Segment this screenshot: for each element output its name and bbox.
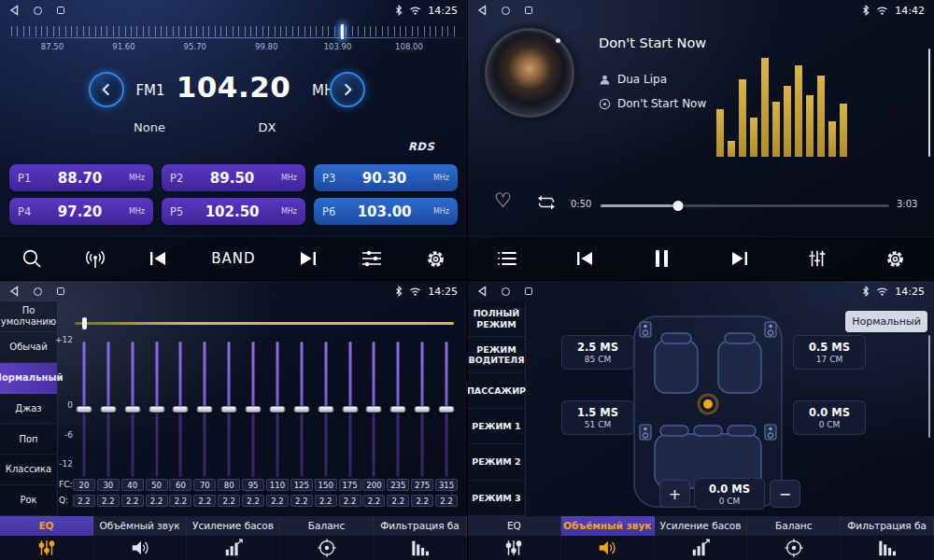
back-icon[interactable] xyxy=(9,286,19,297)
search-stations-button[interactable] xyxy=(16,243,48,274)
eq-slider-knob[interactable] xyxy=(390,406,406,413)
eq-slider-knob[interactable] xyxy=(293,406,309,413)
sound-tab-3[interactable]: Усиление басов xyxy=(187,516,280,560)
settings-button[interactable] xyxy=(419,243,451,274)
eq-slider-knob[interactable] xyxy=(318,406,333,413)
frequency-ruler[interactable]: 87.50 91.60 95.70 99.80 103.90 108.00 xyxy=(0,24,467,58)
eq-slider-knob[interactable] xyxy=(439,406,455,413)
eq-slider-knob[interactable] xyxy=(124,406,140,413)
previous-station-button[interactable] xyxy=(142,243,174,274)
master-level-slider[interactable] xyxy=(75,322,454,325)
rear-left-delay[interactable]: 1.5 MS 51 CM xyxy=(561,400,634,435)
status-bar: 14:25 xyxy=(0,281,467,301)
back-icon[interactable] xyxy=(477,286,487,297)
back-icon[interactable] xyxy=(477,5,487,16)
eq-band-slider[interactable] xyxy=(437,342,456,477)
eq-slider-knob[interactable] xyxy=(246,406,262,413)
album-art[interactable] xyxy=(485,28,574,118)
delay-decrease-button[interactable]: − xyxy=(770,480,800,508)
eq-slider-knob[interactable] xyxy=(100,406,116,413)
preset-button-p2[interactable]: P289.50MHz xyxy=(162,164,305,191)
eq-band-slider[interactable] xyxy=(389,342,407,477)
preset-button-p3[interactable]: P390.30MHz xyxy=(314,164,458,191)
home-icon[interactable] xyxy=(502,287,510,296)
eq-slider-knob[interactable] xyxy=(149,406,164,413)
eq-band-slider[interactable] xyxy=(171,342,190,477)
queue-list-button[interactable] xyxy=(491,243,523,274)
eq-band-slider[interactable] xyxy=(364,342,383,477)
mode-item-5[interactable]: РЕЖИМ 2 xyxy=(468,444,525,480)
front-right-delay[interactable]: 0.5 MS 17 CM xyxy=(793,335,866,370)
eq-band-slider[interactable] xyxy=(123,342,142,477)
eq-band-slider[interactable] xyxy=(317,342,335,477)
sound-tab-4[interactable]: Баланс xyxy=(280,516,374,560)
next-station-button[interactable] xyxy=(292,243,324,274)
eq-band-slider[interactable] xyxy=(244,342,262,477)
back-icon[interactable] xyxy=(9,5,19,16)
recents-icon[interactable] xyxy=(525,7,532,14)
repeat-button[interactable] xyxy=(535,194,558,215)
eq-slider-knob[interactable] xyxy=(269,406,285,413)
eq-band-slider[interactable] xyxy=(99,342,118,477)
delay-increase-button[interactable]: + xyxy=(659,480,690,508)
tune-up-button[interactable] xyxy=(330,72,365,107)
mode-item-1[interactable]: ПОЛНЫЙ РЕЖИМ xyxy=(468,301,525,337)
audio-adjust-button[interactable] xyxy=(356,243,388,274)
settings-button[interactable] xyxy=(879,243,911,274)
q-value: 2.2 xyxy=(435,495,458,507)
front-left-delay[interactable]: 2.5 MS 85 CM xyxy=(561,335,634,370)
sound-tab-5[interactable]: Фильтрация ба xyxy=(841,516,934,560)
eq-slider-knob[interactable] xyxy=(366,406,382,413)
eq-slider-knob[interactable] xyxy=(415,406,431,413)
eq-band-slider[interactable] xyxy=(219,342,238,477)
eq-preset-item[interactable]: По умолчанию xyxy=(0,301,57,332)
sound-tab-4[interactable]: Баланс xyxy=(747,516,841,560)
eq-slider-knob[interactable] xyxy=(77,406,92,413)
eq-slider-knob[interactable] xyxy=(197,406,213,413)
mode-item-6[interactable]: РЕЖИМ 3 xyxy=(468,481,525,516)
home-icon[interactable] xyxy=(34,7,42,15)
eq-band-slider[interactable] xyxy=(341,342,360,477)
eq-band-slider[interactable] xyxy=(75,342,93,477)
mode-item-2[interactable]: РЕЖИМ ВОДИТЕЛЯ xyxy=(468,337,525,372)
recents-icon[interactable] xyxy=(57,287,64,295)
preset-button-p4[interactable]: P497.20MHz xyxy=(9,198,153,225)
preset-button-p5[interactable]: P5102.50MHz xyxy=(162,198,305,225)
master-level-knob[interactable] xyxy=(82,317,87,329)
preset-button-p1[interactable]: P188.70MHz xyxy=(9,164,153,191)
recents-icon[interactable] xyxy=(525,287,532,295)
previous-track-button[interactable] xyxy=(569,243,601,274)
sound-tab-3[interactable]: Усиление басов xyxy=(655,516,748,560)
eq-band-slider[interactable] xyxy=(195,342,214,477)
rear-right-delay[interactable]: 0.0 MS 0 CM xyxy=(793,400,866,435)
progress-knob[interactable] xyxy=(673,201,684,211)
ruler-pointer[interactable] xyxy=(341,24,344,39)
sound-tab-2[interactable]: Объёмный звук xyxy=(93,516,187,560)
sound-tab-2[interactable]: Объёмный звук xyxy=(561,516,655,560)
preset-button-p6[interactable]: P6103.00MHz xyxy=(314,198,458,225)
next-track-button[interactable] xyxy=(724,243,756,274)
eq-slider-knob[interactable] xyxy=(173,406,189,413)
progress-bar[interactable] xyxy=(601,204,889,207)
eq-slider-knob[interactable] xyxy=(342,406,358,413)
tune-down-button[interactable] xyxy=(89,72,124,107)
sound-tab-1[interactable]: EQ xyxy=(468,516,561,560)
eq-slider-knob[interactable] xyxy=(221,406,237,413)
eq-band-slider[interactable] xyxy=(268,342,287,477)
band-button[interactable]: BAND xyxy=(205,243,261,274)
eq-band-slider[interactable] xyxy=(292,342,311,477)
sound-tab-1[interactable]: EQ xyxy=(0,516,93,560)
pause-button[interactable] xyxy=(646,243,678,274)
eq-band-slider[interactable] xyxy=(413,342,432,477)
favorite-button[interactable]: ♡ xyxy=(494,189,512,212)
home-icon[interactable] xyxy=(34,287,42,296)
recents-icon[interactable] xyxy=(57,7,64,14)
equalizer-button[interactable] xyxy=(801,243,833,274)
sound-profile-button[interactable]: Нормальный xyxy=(845,311,927,332)
eq-band-slider[interactable] xyxy=(148,342,166,477)
sound-tab-5[interactable]: Фильтрация ба xyxy=(374,516,467,560)
home-icon[interactable] xyxy=(502,7,510,15)
broadcast-scan-button[interactable] xyxy=(79,243,111,274)
mode-item-3[interactable]: ПАССАЖИР xyxy=(468,373,525,409)
mode-item-4[interactable]: РЕЖИМ 1 xyxy=(468,409,525,444)
